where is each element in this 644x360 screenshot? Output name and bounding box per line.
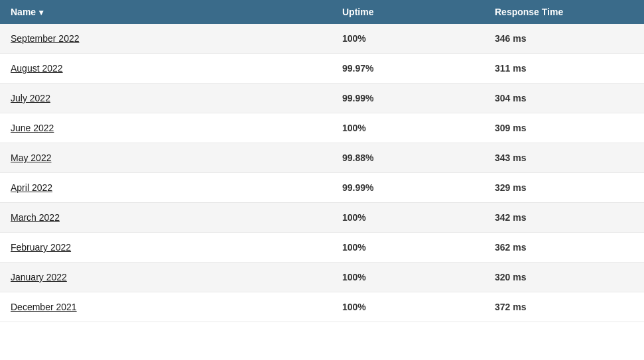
table-row: July 2022 99.99% 304 ms [0, 84, 644, 113]
row-name-link[interactable]: February 2022 [11, 242, 71, 253]
row-response-cell: 362 ms [495, 242, 633, 253]
row-name-link[interactable]: September 2022 [11, 33, 80, 44]
table-row: April 2022 99.99% 329 ms [0, 173, 644, 203]
row-name-link[interactable]: April 2022 [11, 182, 52, 193]
uptime-table: Name▼ Uptime Response Time September 202… [0, 0, 644, 322]
row-name-link[interactable]: December 2021 [11, 302, 77, 312]
row-uptime-cell: 100% [342, 302, 495, 312]
row-name-cell: September 2022 [11, 33, 342, 44]
table-body: September 2022 100% 346 ms August 2022 9… [0, 24, 644, 322]
row-uptime-cell: 100% [342, 33, 495, 44]
name-column-header[interactable]: Name▼ [11, 7, 342, 17]
row-response-cell: 346 ms [495, 33, 633, 44]
row-name-cell: May 2022 [11, 152, 342, 163]
row-name-cell: March 2022 [11, 212, 342, 223]
row-name-link[interactable]: January 2022 [11, 272, 67, 282]
row-uptime-cell: 100% [342, 123, 495, 133]
row-name-cell: July 2022 [11, 93, 342, 103]
row-name-link[interactable]: August 2022 [11, 63, 63, 74]
table-row: March 2022 100% 342 ms [0, 203, 644, 233]
row-uptime-cell: 99.99% [342, 182, 495, 193]
row-name-cell: June 2022 [11, 123, 342, 133]
row-name-link[interactable]: March 2022 [11, 212, 60, 223]
row-uptime-cell: 100% [342, 212, 495, 223]
name-header-label: Name [11, 7, 36, 17]
row-response-cell: 320 ms [495, 272, 633, 282]
table-header: Name▼ Uptime Response Time [0, 0, 644, 24]
table-row: June 2022 100% 309 ms [0, 113, 644, 143]
table-row: February 2022 100% 362 ms [0, 233, 644, 263]
row-response-cell: 342 ms [495, 212, 633, 223]
row-response-cell: 304 ms [495, 93, 633, 103]
row-uptime-cell: 99.88% [342, 152, 495, 163]
row-name-cell: April 2022 [11, 182, 342, 193]
row-name-link[interactable]: June 2022 [11, 123, 54, 133]
uptime-header-label: Uptime [342, 7, 373, 17]
table-row: December 2021 100% 372 ms [0, 292, 644, 322]
table-row: September 2022 100% 346 ms [0, 24, 644, 54]
table-row: January 2022 100% 320 ms [0, 263, 644, 292]
response-column-header: Response Time [495, 7, 633, 17]
row-name-cell: December 2021 [11, 302, 342, 312]
table-row: May 2022 99.88% 343 ms [0, 143, 644, 173]
row-uptime-cell: 100% [342, 272, 495, 282]
row-response-cell: 311 ms [495, 63, 633, 74]
table-row: August 2022 99.97% 311 ms [0, 54, 644, 84]
row-name-link[interactable]: May 2022 [11, 152, 51, 163]
row-uptime-cell: 99.97% [342, 63, 495, 74]
row-response-cell: 309 ms [495, 123, 633, 133]
row-response-cell: 343 ms [495, 152, 633, 163]
row-name-link[interactable]: July 2022 [11, 93, 50, 103]
uptime-column-header: Uptime [342, 7, 495, 17]
row-uptime-cell: 100% [342, 242, 495, 253]
row-response-cell: 372 ms [495, 302, 633, 312]
row-name-cell: January 2022 [11, 272, 342, 282]
row-response-cell: 329 ms [495, 182, 633, 193]
response-header-label: Response Time [495, 7, 563, 17]
row-name-cell: August 2022 [11, 63, 342, 74]
row-name-cell: February 2022 [11, 242, 342, 253]
sort-arrow-icon: ▼ [37, 8, 45, 17]
row-uptime-cell: 99.99% [342, 93, 495, 103]
